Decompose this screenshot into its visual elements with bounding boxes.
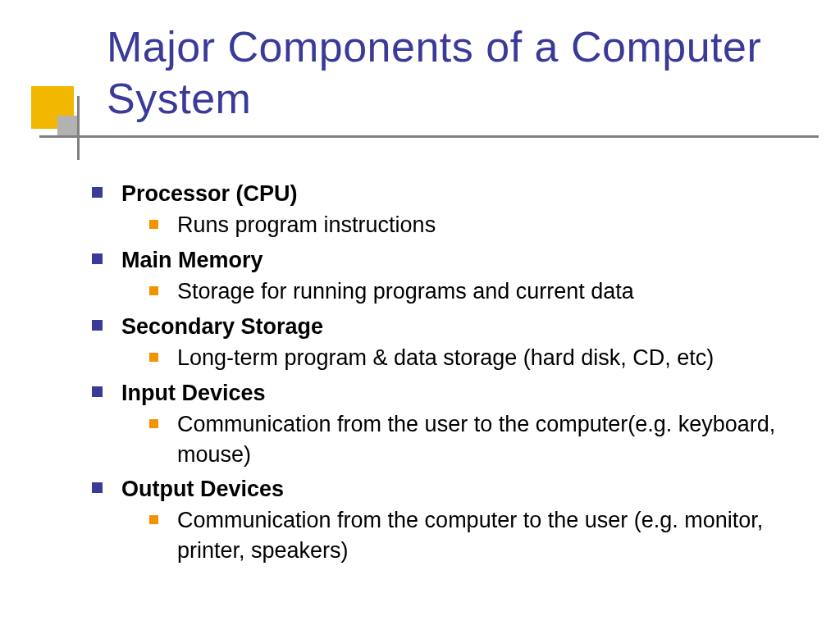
list-item-heading: Processor (CPU) [121,179,806,208]
list-item: Output Devices Communication from the co… [92,474,806,565]
list-item-heading: Input Devices [121,378,806,408]
list-item: Secondary Storage Long-term program & da… [92,312,806,373]
sub-list: Communication from the user to the compu… [121,409,806,469]
slide-content: Processor (CPU) Runs program instruction… [92,179,806,570]
slide-title: Major Components of a Computer System [107,21,840,126]
vertical-rule [77,96,80,160]
slide-decoration [31,86,113,160]
sub-list: Runs program instructions [121,210,806,240]
list-item-heading: Output Devices [121,474,806,504]
list-item-heading: Main Memory [121,245,806,275]
sub-list: Communication from the computer to the u… [121,505,806,565]
sub-list-item: Communication from the user to the compu… [121,409,806,469]
sub-list-item: Storage for running programs and current… [121,276,806,306]
component-list: Processor (CPU) Runs program instruction… [92,179,806,565]
sub-list: Storage for running programs and current… [121,276,806,306]
sub-list-item: Runs program instructions [121,210,806,240]
sub-list-item: Communication from the computer to the u… [121,505,806,565]
sub-list: Long-term program & data storage (hard d… [121,343,806,372]
sub-list-item: Long-term program & data storage (hard d… [121,343,806,372]
list-item-heading: Secondary Storage [121,312,806,341]
list-item: Input Devices Communication from the use… [92,378,806,469]
horizontal-rule [39,135,819,138]
list-item: Main Memory Storage for running programs… [92,245,806,307]
list-item: Processor (CPU) Runs program instruction… [92,179,806,240]
gold-square-icon [31,86,74,129]
grey-square-icon [57,116,77,135]
